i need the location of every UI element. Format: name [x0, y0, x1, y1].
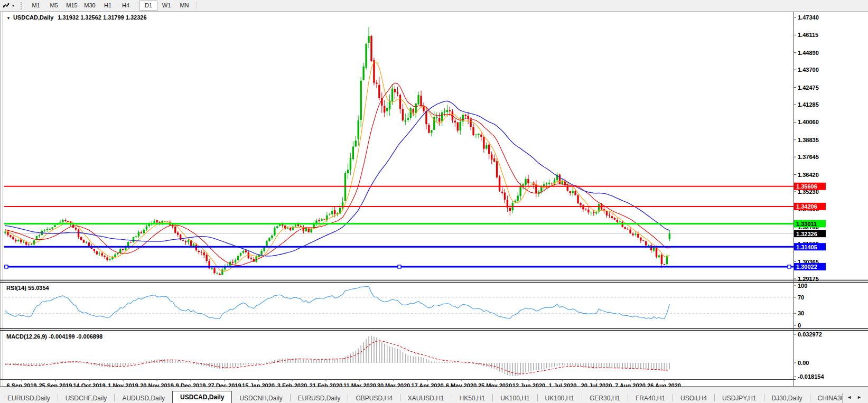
tab-ger30-h1[interactable]: GER30,H1: [582, 393, 628, 403]
chart-title: ▼USDCAD,Daily1.31932 1.32562 1.31799 1.3…: [6, 14, 147, 21]
svg-text:1.46115: 1.46115: [798, 32, 818, 38]
svg-text:1.37645: 1.37645: [798, 154, 819, 160]
tab-uk100-h1[interactable]: UK100,H1: [538, 393, 582, 403]
tab-audusd-daily[interactable]: AUDUSD,Daily: [115, 393, 172, 403]
chart-symbol-label: USDCAD,Daily: [13, 14, 53, 21]
bid-price-flag: 1.32326: [794, 230, 826, 237]
tab-usdjpy-h1[interactable]: USDJPY,H1: [715, 393, 763, 403]
svg-text:1.47340: 1.47340: [798, 14, 819, 21]
svg-text:0: 0: [798, 322, 801, 329]
hline-handle[interactable]: [5, 265, 8, 268]
tab-usoil-h4[interactable]: USOil,H4: [673, 393, 714, 403]
svg-text:1.44890: 1.44890: [798, 50, 819, 56]
timeframe-button-h4[interactable]: H4: [117, 1, 135, 11]
timeframe-button-mn[interactable]: MN: [175, 1, 193, 11]
hline-price-flag: 1.33011: [794, 220, 826, 227]
svg-text:0.00: 0.00: [798, 360, 809, 366]
timeframe-button-m5[interactable]: M5: [45, 1, 63, 11]
hline-price-flag: 1.34206: [794, 203, 826, 210]
tab-scroll-buttons: ◄ ►: [842, 393, 868, 403]
timeframe-button-d1[interactable]: D1: [139, 1, 157, 11]
mt4-application: ▾ M1M5M15M30H1H4D1W1MN ▼USDCAD,Daily1.31…: [0, 0, 868, 403]
svg-text:1.32326: 1.32326: [796, 231, 817, 237]
chart-ohlc-values: 1.31932 1.32562 1.31799 1.32326: [58, 14, 146, 21]
tab-eurusd-daily[interactable]: EURUSD,Daily: [0, 393, 58, 403]
tab-gbpusd-h4[interactable]: GBPUSD,H4: [348, 393, 399, 403]
svg-text:1.30022: 1.30022: [796, 264, 817, 270]
tab-usdcnh-daily[interactable]: USDCNH,Daily: [232, 393, 290, 403]
svg-text:30: 30: [798, 310, 804, 316]
timeframe-button-h1[interactable]: H1: [99, 1, 117, 11]
timeframe-button-w1[interactable]: W1: [157, 1, 175, 11]
tab-uk100-h1[interactable]: UK100,H1: [493, 393, 537, 403]
cursor-dropdown-caret-icon[interactable]: ▾: [12, 3, 14, 8]
svg-text:1.31405: 1.31405: [796, 244, 817, 250]
svg-text:0.032972: 0.032972: [798, 331, 822, 338]
tab-fra40-h1[interactable]: FRA40,H1: [628, 393, 673, 403]
svg-text:1.29175: 1.29175: [798, 276, 819, 282]
tab-eurusd-daily[interactable]: EURUSD,Daily: [291, 393, 348, 403]
svg-text:-0.018154: -0.018154: [798, 373, 824, 380]
timeframe-button-m1[interactable]: M1: [27, 1, 45, 11]
chart-cursor-icon[interactable]: [2, 2, 11, 10]
timeframe-buttons: M1M5M15M30H1H4D1W1MN: [27, 1, 193, 11]
timeframe-button-m15[interactable]: M15: [63, 1, 81, 11]
svg-text:100: 100: [798, 283, 807, 289]
tab-scroll-right-icon[interactable]: ►: [857, 395, 862, 400]
toolbar-separator: [197, 2, 197, 10]
svg-text:1.38835: 1.38835: [798, 137, 819, 143]
hline-price-flag: 1.30022: [794, 263, 826, 270]
hline-handle[interactable]: [398, 265, 401, 268]
symbol-dropdown-icon[interactable]: ▼: [6, 16, 11, 21]
macd-indicator-label: MACD(12,26,9) -0.004199 -0.006898: [6, 333, 102, 340]
timeframe-toolbar: ▾ M1M5M15M30H1H4D1W1MN: [0, 0, 868, 12]
tab-xauusd-h1[interactable]: XAUUSD,H1: [400, 393, 452, 403]
svg-text:1.34206: 1.34206: [796, 203, 817, 210]
svg-text:1.36420: 1.36420: [798, 172, 819, 178]
chart-tab-bar: EURUSD,DailyUSDCHF,DailyAUDUSD,DailyUSDC…: [0, 387, 868, 403]
hline-handle[interactable]: [788, 265, 791, 268]
svg-text:1.43700: 1.43700: [798, 67, 819, 73]
svg-text:1.33011: 1.33011: [796, 221, 817, 227]
svg-text:70: 70: [798, 294, 804, 301]
tab-scroll-left-icon[interactable]: ◄: [847, 395, 852, 400]
svg-text:1.35606: 1.35606: [796, 183, 817, 190]
tab-usdcad-daily[interactable]: USDCAD,Daily: [172, 391, 232, 403]
toolbar-separator: [137, 2, 137, 10]
timeframe-button-m30[interactable]: M30: [81, 1, 99, 11]
tab-hk50-h1[interactable]: HK50,H1: [452, 393, 493, 403]
hline-price-flag: 1.35606: [794, 183, 826, 190]
hline-price-flag: 1.31405: [794, 243, 826, 250]
svg-text:1.40060: 1.40060: [798, 119, 819, 125]
chart-tabs: EURUSD,DailyUSDCHF,DailyAUDUSD,DailyUSDC…: [0, 387, 842, 403]
svg-text:1.42475: 1.42475: [798, 85, 819, 91]
tab-china300-h1[interactable]: CHINA300,H1: [810, 393, 843, 403]
tab-dj30-daily[interactable]: DJ30,Daily: [764, 393, 810, 403]
svg-text:1.41285: 1.41285: [798, 101, 819, 108]
chart-canvas[interactable]: 1.473401.461151.448901.437001.424751.412…: [0, 0, 868, 403]
toolbar-grip: [21, 2, 22, 10]
rsi-indicator-label: RSI(14) 55.0354: [6, 285, 49, 291]
tab-usdchf-daily[interactable]: USDCHF,Daily: [58, 393, 115, 403]
